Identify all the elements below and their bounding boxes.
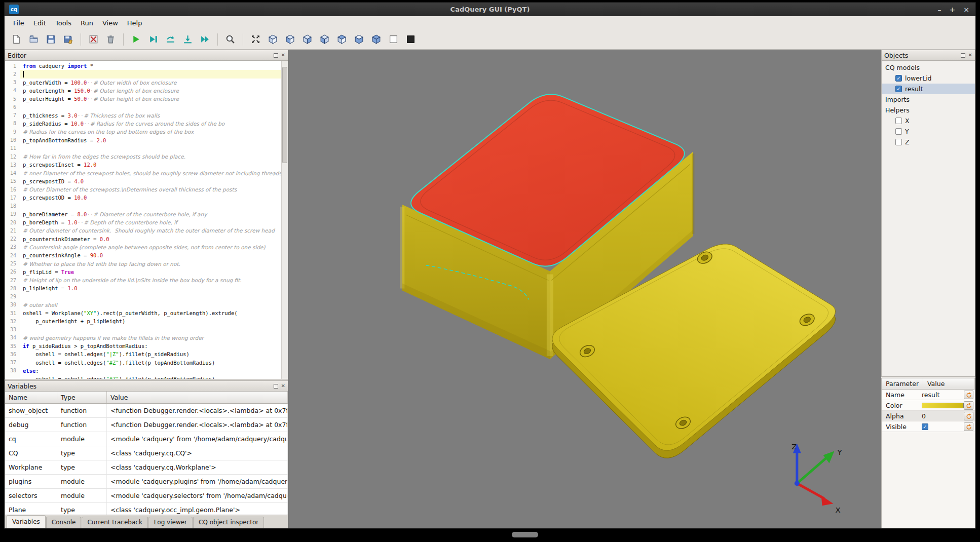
variable-row[interactable]: Planetype<class 'cadquery.occ_impl.geom.… <box>5 503 288 515</box>
visible-checkbox[interactable] <box>922 423 928 430</box>
property-value[interactable]: 0 <box>922 412 926 420</box>
view-bottom-button[interactable] <box>351 32 367 47</box>
variable-row[interactable]: debugfunction<function Debugger.render.<… <box>5 418 288 432</box>
view-iso-button[interactable] <box>265 32 281 47</box>
clear-button[interactable] <box>86 32 101 47</box>
code-line[interactable]: 3p_outerWidth = 100.0··# Outer width of … <box>5 79 281 87</box>
column-header-type[interactable]: Type <box>57 392 107 403</box>
tree-item-lowerlid[interactable]: lowerLid <box>882 73 975 84</box>
menu-item-edit[interactable]: Edit <box>29 17 51 29</box>
color-swatch[interactable] <box>922 403 964 408</box>
variable-row[interactable]: cqmodule<module 'cadquery' from '/home/a… <box>5 432 288 446</box>
render-button[interactable] <box>128 32 144 47</box>
variable-row[interactable]: CQtype<class 'cadquery.cq.CQ'> <box>5 446 288 460</box>
reset-button[interactable] <box>964 412 973 420</box>
tree-item-x[interactable]: X <box>882 115 975 126</box>
code-line[interactable]: 11 <box>5 144 281 152</box>
step-into-button[interactable] <box>180 32 196 47</box>
open-file-button[interactable] <box>26 32 42 47</box>
code-line[interactable]: 30# outer shell <box>5 301 281 309</box>
tab-console[interactable]: Console <box>46 517 82 528</box>
code-line[interactable]: 15p_screwpostID = 4.0 <box>5 177 281 185</box>
tab-variables[interactable]: Variables <box>7 515 46 528</box>
code-line[interactable]: 28p_lipHeight = 1.0 <box>5 284 281 292</box>
maximize-button[interactable]: + <box>950 6 956 13</box>
view-iso-back-button[interactable] <box>368 32 384 47</box>
code-line[interactable]: 12# How far in from the edges the screwp… <box>5 152 281 161</box>
tree-item-y[interactable]: Y <box>882 126 975 137</box>
editor-scrollbar[interactable] <box>281 61 288 379</box>
code-line[interactable]: 19p_boreDiameter = 8.0··# Diameter of th… <box>5 210 281 218</box>
tab-cq-object-inspector[interactable]: CQ object inspector <box>193 517 264 528</box>
menu-item-tools[interactable]: Tools <box>51 17 76 29</box>
tree-item-result[interactable]: result <box>882 84 975 94</box>
close-panel-icon[interactable]: ✕ <box>281 383 285 389</box>
code-line[interactable]: 14# nner Diameter of the screwpost holes… <box>5 169 281 177</box>
tab-current-traceback[interactable]: Current traceback <box>82 517 147 528</box>
title-bar[interactable]: cq CadQuery GUI (PyQT) – + × <box>5 3 975 16</box>
close-button[interactable]: × <box>963 6 969 13</box>
fit-all-button[interactable] <box>248 32 263 47</box>
tab-log-viewer[interactable]: Log viewer <box>148 517 193 528</box>
reset-button[interactable] <box>964 391 973 399</box>
menu-item-run[interactable]: Run <box>76 17 98 29</box>
code-line[interactable]: 23# Countersink angle (complete angle be… <box>5 243 281 251</box>
scrollbar-thumb[interactable] <box>282 67 287 163</box>
variable-row[interactable]: pluginsmodule<module 'cadquery.plugins' … <box>5 475 288 489</box>
code-line[interactable]: 36 oshell = oshell.edges("|Z").fillet(p_… <box>5 350 281 358</box>
code-line[interactable]: 38else: <box>5 367 281 375</box>
visibility-checkbox[interactable] <box>895 86 902 92</box>
new-file-button[interactable] <box>9 32 24 47</box>
column-header-parameter[interactable]: Parameter <box>882 378 923 390</box>
close-panel-icon[interactable]: ✕ <box>968 53 972 58</box>
code-line[interactable]: 5p_outerHeight = 50.0··# Outer height of… <box>5 95 281 103</box>
tree-item-cq-models[interactable]: CQ models <box>882 62 975 73</box>
code-line[interactable]: 8p_sideRadius = 10.0··# Radius for the c… <box>5 120 281 128</box>
variable-row[interactable]: selectorsmodule<module 'cadquery.selecto… <box>5 489 288 503</box>
code-line[interactable]: 7p_thickness = 3.0··# Thickness of the b… <box>5 111 281 120</box>
code-line[interactable]: 17p_screwpostOD = 10.0 <box>5 193 281 202</box>
continue-button[interactable] <box>197 32 213 47</box>
code-line[interactable]: 4p_outerLength = 150.0·# Outer length of… <box>5 87 281 95</box>
code-line[interactable]: oshell = oshell.edges("#Z").fillet(p_top… <box>5 375 281 379</box>
save-as-button[interactable] <box>60 32 76 47</box>
code-line[interactable]: 32 p_outerHeight + p_lipHeight) <box>5 317 281 325</box>
step-over-button[interactable] <box>163 32 178 47</box>
variable-row[interactable]: Workplanetype<class 'cadquery.cq.Workpla… <box>5 460 288 475</box>
code-line[interactable]: 9# Radius for the curves on the top and … <box>5 128 281 136</box>
menu-item-file[interactable]: File <box>9 17 29 29</box>
float-panel-icon[interactable] <box>274 53 278 58</box>
column-header-value[interactable]: Value <box>923 378 975 390</box>
code-line[interactable]: 10p_topAndBottomRadius = 2.0 <box>5 136 281 144</box>
delete-button[interactable] <box>103 32 119 47</box>
debug-button[interactable] <box>145 32 161 47</box>
code-line[interactable]: 16# Outer Diameter of the screwposts.\nD… <box>5 185 281 193</box>
code-line[interactable]: 1from cadquery import * <box>5 62 281 70</box>
viewport-3d[interactable]: Z Y X <box>288 50 881 528</box>
code-line[interactable]: 35if p_sideRadius > p_topAndBottomRadius… <box>5 342 281 350</box>
display-wireframe-button[interactable] <box>386 32 401 47</box>
tree-item-z[interactable]: Z <box>882 137 975 147</box>
visibility-checkbox[interactable] <box>895 75 902 82</box>
column-header-name[interactable]: Name <box>5 392 57 403</box>
code-line[interactable]: 24p_countersinkAngle = 90.0 <box>5 251 281 259</box>
tree-item-helpers[interactable]: Helpers <box>882 105 975 115</box>
code-line[interactable]: 27# Height of lip on the underside of th… <box>5 276 281 284</box>
property-value[interactable]: result <box>922 391 939 399</box>
float-panel-icon[interactable] <box>274 384 278 389</box>
view-top-button[interactable] <box>334 32 350 47</box>
code-editor[interactable]: 1from cadquery import *23p_outerWidth = … <box>5 61 288 379</box>
display-shaded-button[interactable] <box>403 32 419 47</box>
code-line[interactable]: 18 <box>5 202 281 210</box>
view-left-button[interactable] <box>317 32 332 47</box>
code-line[interactable]: 33 <box>5 326 281 334</box>
tree-item-imports[interactable]: Imports <box>882 94 975 105</box>
code-line[interactable]: 20p_boreDepth = 1.0··# Depth of the coun… <box>5 218 281 226</box>
reset-button[interactable] <box>964 401 973 410</box>
visibility-checkbox[interactable] <box>895 118 902 124</box>
minimize-button[interactable]: – <box>938 6 941 13</box>
menu-item-view[interactable]: View <box>98 17 123 29</box>
code-line[interactable]: 25# Whether to place the lid with the to… <box>5 259 281 267</box>
reset-button[interactable] <box>964 422 973 431</box>
code-line[interactable]: 2 <box>5 70 281 78</box>
